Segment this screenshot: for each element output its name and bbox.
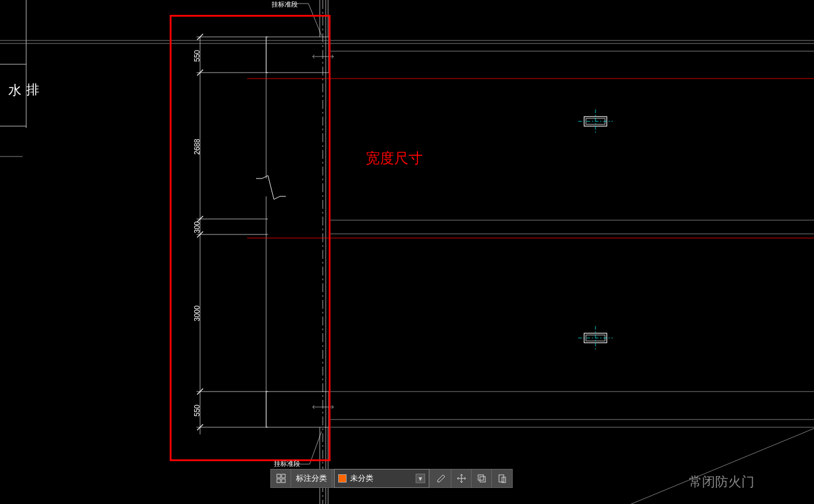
drawing-layer (0, 0, 814, 504)
svg-rect-39 (586, 118, 605, 124)
edit-button[interactable] (431, 469, 451, 488)
dimension-value-4: 3000 (193, 305, 201, 321)
paste-icon (497, 474, 507, 483)
svg-rect-56 (478, 475, 484, 480)
category-select-value: 未分类 (350, 473, 416, 484)
door-label: 常闭防火门 (689, 473, 754, 491)
category-label: 标注分类 (291, 469, 332, 488)
move-button[interactable] (451, 469, 472, 488)
paste-button[interactable] (492, 469, 512, 488)
dimension-value-3: 300 (193, 221, 201, 233)
grid-icon-button[interactable] (271, 469, 291, 488)
cad-canvas[interactable]: 排 水 宽度尺寸 550 2688 300 3000 550 挂标准段 挂标准段… (0, 0, 814, 504)
svg-rect-42 (584, 333, 607, 343)
svg-rect-55 (282, 479, 285, 483)
selection-rectangle (170, 15, 330, 461)
svg-rect-54 (277, 479, 280, 483)
copy-icon (477, 474, 486, 483)
annotation-toolbar: 标注分类 未分类 ▼ (270, 469, 513, 488)
leader-label-top: 挂标准段 (272, 0, 298, 9)
move-icon (457, 474, 466, 483)
grid-icon (276, 474, 286, 483)
dimension-value-2: 2688 (193, 139, 201, 155)
svg-rect-43 (586, 335, 605, 341)
category-select[interactable]: 未分类 ▼ (334, 469, 429, 488)
annotation-width-label: 宽度尺寸 (366, 149, 423, 168)
leader-label-bottom: 挂标准段 (274, 459, 300, 468)
chevron-down-icon: ▼ (416, 474, 425, 483)
edit-icon (436, 474, 446, 483)
dimension-value-5: 550 (193, 405, 201, 417)
svg-rect-38 (584, 117, 607, 126)
svg-rect-57 (480, 477, 485, 482)
copy-button[interactable] (472, 469, 492, 488)
color-swatch-icon (338, 474, 347, 483)
svg-rect-52 (277, 474, 280, 478)
svg-line-37 (631, 428, 814, 504)
svg-rect-58 (499, 475, 504, 482)
dimension-value-1: 550 (193, 50, 201, 62)
layer-label-drainage: 排 水 (6, 73, 42, 76)
svg-rect-53 (282, 474, 285, 478)
